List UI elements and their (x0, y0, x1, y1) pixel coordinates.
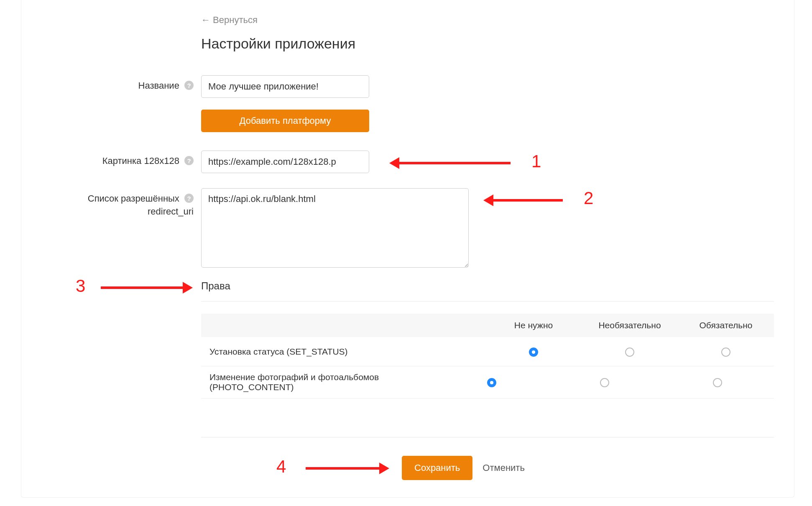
perm-radio-required[interactable] (713, 378, 722, 387)
divider (201, 301, 774, 302)
col-required: Обязательно (678, 320, 774, 330)
help-icon[interactable]: ? (184, 156, 194, 165)
redirect-uri-textarea[interactable]: https://api.ok.ru/blank.html (201, 188, 469, 268)
permission-label: Изменение фотографий и фотоальбомов (PHO… (201, 372, 435, 392)
back-link[interactable]: ← Вернуться (201, 15, 258, 26)
image-label: Картинка 128x128 (102, 156, 179, 166)
add-platform-button[interactable]: Добавить платформу (201, 110, 369, 132)
perm-radio-optional[interactable] (600, 378, 609, 387)
annotation-number: 1 (531, 151, 541, 171)
save-button[interactable]: Сохранить (402, 456, 472, 480)
col-not-needed: Не нужно (485, 320, 582, 330)
name-label: Название (138, 80, 179, 91)
annotation-number: 4 (276, 457, 286, 477)
permissions-header-row: Не нужно Необязательно Обязательно (201, 314, 774, 337)
redirect-label-line2: redirect_uri (34, 205, 194, 218)
redirect-label-line1: Список разрешённых (88, 193, 179, 204)
perm-radio-optional[interactable] (625, 348, 634, 357)
annotation-arrow (306, 467, 381, 470)
table-row: Изменение фотографий и фотоальбомов (PHO… (201, 366, 774, 399)
image-url-input[interactable] (201, 151, 369, 173)
help-icon[interactable]: ? (184, 81, 194, 90)
perm-radio-not-needed[interactable] (529, 348, 538, 357)
page-title: Настройки приложения (201, 36, 355, 52)
perm-radio-not-needed[interactable] (487, 378, 496, 387)
permission-label: Установка статуса (SET_STATUS) (201, 347, 485, 357)
annotation-number: 3 (76, 276, 85, 296)
annotation-arrow (492, 199, 563, 202)
col-optional: Необязательно (582, 320, 678, 330)
rights-heading: Права (201, 280, 230, 292)
annotation-number: 2 (584, 188, 593, 208)
table-row: Установка статуса (SET_STATUS) (201, 337, 774, 366)
permissions-table: Не нужно Необязательно Обязательно Устан… (201, 314, 774, 399)
annotation-arrow (398, 162, 511, 164)
perm-radio-required[interactable] (721, 348, 730, 357)
help-icon[interactable]: ? (184, 194, 194, 203)
app-name-input[interactable] (201, 75, 369, 98)
annotation-arrow (101, 286, 184, 289)
divider (201, 437, 774, 437)
cancel-button[interactable]: Отменить (483, 463, 525, 473)
